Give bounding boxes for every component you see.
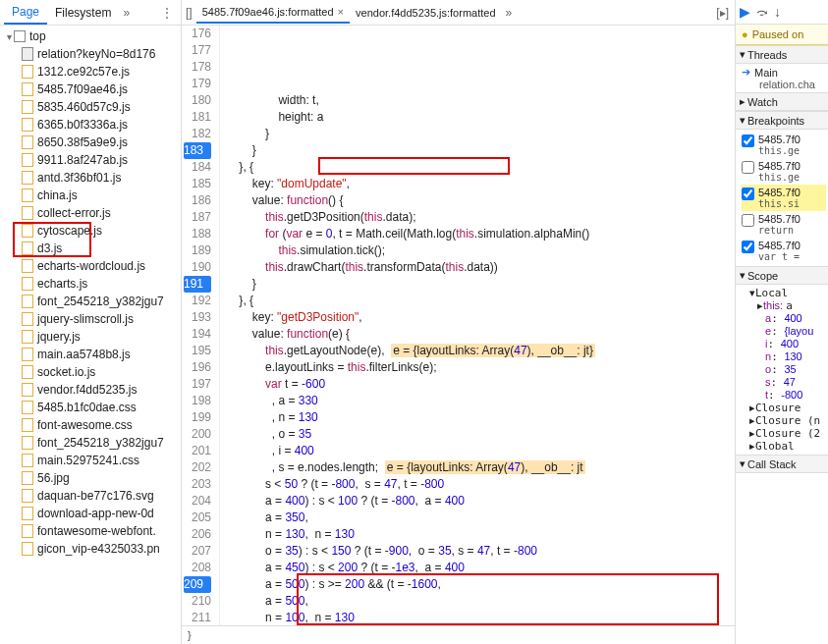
line-number[interactable]: 208 [188,560,211,576]
tree-file[interactable]: main.aa5748b8.js [0,346,181,363]
bp-checkbox[interactable] [742,214,754,227]
line-number[interactable]: 190 [188,259,211,276]
scope-var[interactable]: s: 47 [742,376,826,389]
tree-file[interactable]: relation?keyNo=8d176 [0,45,181,63]
tree-file[interactable]: daquan-be77c176.svg [0,487,181,505]
line-number[interactable]: 179 [188,76,211,92]
code-line[interactable]: this.getD3Position(this.data); [226,209,735,226]
tree-file[interactable]: antd.3f36bf01.js [0,169,181,187]
scope-var[interactable]: t: -800 [742,389,826,402]
tree-file[interactable]: 5835.460d57c9.js [0,98,181,116]
code-line[interactable]: , n = 130 [226,409,735,426]
line-number[interactable]: 176 [188,26,211,42]
line-number[interactable]: 196 [188,359,211,376]
code-line[interactable]: }, { [226,159,735,176]
line-number[interactable]: 199 [188,409,211,426]
editor-crumb[interactable]: } [182,625,735,644]
sidebar-menu-icon[interactable]: ⋮ [157,6,177,20]
line-number[interactable]: 183 [184,142,211,159]
step-into-icon[interactable]: ↓ [774,4,781,20]
scope-var[interactable]: n: 130 [742,350,826,363]
line-number[interactable]: 207 [188,543,211,560]
resume-icon[interactable]: ▶ [740,4,750,20]
scope-header[interactable]: Scope [736,266,828,285]
line-number[interactable]: 194 [188,326,211,343]
line-number[interactable]: 197 [188,376,211,393]
tree-file[interactable]: font-awesome.css [0,416,181,434]
tree-file[interactable]: gicon_vip-e4325033.pn [0,540,181,558]
line-number[interactable]: 210 [188,593,211,610]
breakpoint-row[interactable]: 5485.7f0this.ge [742,158,826,185]
line-number[interactable]: 188 [188,226,211,242]
line-number[interactable]: 177 [188,42,211,59]
tree-file[interactable]: fontawesome-webfont. [0,522,181,540]
tree-file[interactable]: 1312.ce92c57e.js [0,63,181,80]
code-line[interactable]: n = 130, n = 130 [226,526,735,543]
editor-tab-0[interactable]: 5485.7f09ae46.js:formatted × [196,2,350,24]
line-number[interactable]: 211 [188,610,211,625]
line-number[interactable]: 200 [188,426,211,443]
code-line[interactable]: key: "getD3Position", [226,309,735,326]
scope-var[interactable]: i: 400 [742,338,826,350]
code-line[interactable]: this.simulation.tick(); [226,242,735,259]
line-number[interactable]: 205 [188,510,211,526]
file-tree[interactable]: top relation?keyNo=8d1761312.ce92c57e.js… [0,26,181,644]
code-line[interactable]: a = 450) : s < 200 ? (t = -1e3, a = 400 [226,560,735,576]
tree-file[interactable]: socket.io.js [0,363,181,381]
editor-tab-1[interactable]: vendor.f4dd5235.js:formatted [350,3,501,23]
code-line[interactable]: , i = 400 [226,443,735,459]
line-number[interactable]: 181 [188,109,211,126]
bp-checkbox[interactable] [742,134,754,147]
code-line[interactable]: this.getLayoutNode(e), e = {layoutLinks:… [226,343,735,359]
code-line[interactable]: for (var e = 0, t = Math.ceil(Math.log(t… [226,226,735,242]
line-number[interactable]: 198 [188,393,211,409]
bp-checkbox[interactable] [742,188,754,200]
threads-header[interactable]: Threads [736,45,828,64]
code-line[interactable]: var t = -600 [226,376,735,393]
code-line[interactable]: n = 100, n = 130 [226,610,735,625]
tree-file[interactable]: jquery-slimscroll.js [0,310,181,328]
tabs-more-icon[interactable]: » [506,6,513,20]
tree-file[interactable]: 56.jpg [0,469,181,487]
breakpoint-row[interactable]: 5485.7f0this.ge [742,132,826,158]
code-editor[interactable]: 1761771781791801811821831841851861871881… [182,26,735,625]
code-line[interactable]: } [226,142,735,159]
code-line[interactable]: a = 350, [226,510,735,526]
code-line[interactable]: a = 500) : s >= 200 && (t = -1600, [226,576,735,593]
line-number[interactable]: 192 [188,293,211,309]
scope-var[interactable]: o: 35 [742,363,826,376]
close-icon[interactable]: × [338,6,344,18]
line-number[interactable]: 187 [188,209,211,226]
tab-filesystem[interactable]: Filesystem [47,2,119,24]
code-line[interactable]: a = 500, [226,593,735,610]
disclosure-icon[interactable] [4,31,14,42]
tree-file[interactable]: cytoscape.js [0,222,181,240]
code-line[interactable]: }, { [226,293,735,309]
tree-file[interactable]: echarts-wordcloud.js [0,257,181,275]
bp-checkbox[interactable] [742,161,754,174]
code-content[interactable]: width: t, height: a } } }, { key: "domUp… [220,26,735,625]
code-line[interactable]: value: function() { [226,192,735,209]
line-number[interactable]: 186 [188,192,211,209]
line-number[interactable]: 189 [188,242,211,259]
tree-top[interactable]: top [0,27,181,45]
code-line[interactable]: , a = 330 [226,393,735,409]
tree-file[interactable]: font_2545218_y382jgu7 [0,434,181,452]
thread-main[interactable]: Main [754,67,778,79]
code-line[interactable]: height: a [226,109,735,126]
tree-file[interactable]: china.js [0,187,181,204]
code-line[interactable]: , s = e.nodes.length; e = {layoutLinks: … [226,459,735,476]
scope-var[interactable]: e: {layou [742,325,826,338]
line-number[interactable]: 182 [188,126,211,142]
line-number[interactable]: 209 [184,576,211,593]
code-line[interactable]: } [226,126,735,142]
callstack-header[interactable]: Call Stack [736,455,828,473]
watch-header[interactable]: Watch [736,92,828,111]
scope-global[interactable]: Global [742,440,826,453]
scope-closure[interactable]: Closure (n [742,414,826,427]
breakpoint-row[interactable]: 5485.7f0this.si [742,185,826,211]
scope-closure[interactable]: Closure (2 [742,427,826,440]
code-line[interactable]: a = 400) : s < 100 ? (t = -800, a = 400 [226,493,735,510]
tree-file[interactable]: font_2545218_y382jgu7 [0,293,181,310]
show-navigator-icon[interactable]: [] [186,6,193,20]
